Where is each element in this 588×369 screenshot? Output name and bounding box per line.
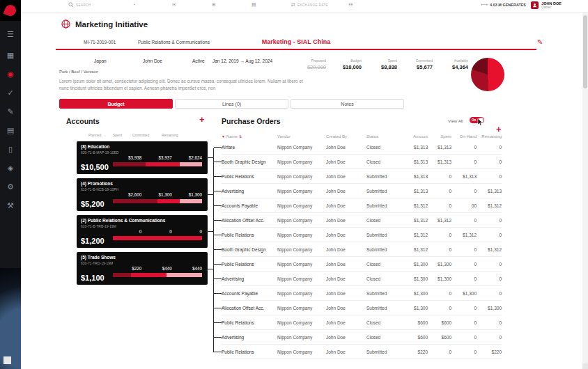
po-table-row[interactable]: Advertising Nippon Company John Doe Subm… — [222, 184, 502, 198]
add-account-button[interactable]: + — [199, 116, 205, 124]
po-remaining: 0 — [477, 320, 502, 325]
account-card[interactable]: (4) Promotions 610-71-B-NCB-19-10PH $2,6… — [77, 178, 208, 211]
connector-row-stubs — [214, 140, 222, 359]
grid-icon[interactable]: ☷ — [348, 2, 353, 8]
budget-donut-chart — [471, 58, 504, 91]
header-created-by[interactable]: Created By — [326, 134, 366, 139]
po-table-row[interactable]: Public Relations Nippon Company John Doe… — [222, 169, 502, 184]
sort-icon[interactable]: ⇅ — [239, 134, 242, 139]
po-table-row[interactable]: Booth Graphic Design Nippon Company John… — [222, 155, 502, 169]
app-logo[interactable] — [0, 0, 21, 21]
connector-card-stub — [206, 194, 213, 195]
header-spent[interactable]: Spent — [428, 134, 451, 139]
bar-spent-segment — [113, 162, 146, 166]
mail-icon[interactable]: ✉ — [172, 2, 176, 8]
col-spent: Spent — [113, 133, 122, 137]
po-status: Submitted — [366, 174, 399, 179]
exchange-rate-item[interactable]: ⇄ EXCHANGE RATE — [291, 2, 328, 8]
settings-icon[interactable]: ⚙ — [0, 182, 21, 191]
po-name: Allocation Offset Acc. — [222, 306, 277, 311]
stat-label: Spent — [371, 58, 397, 63]
po-spent: $1,313 — [428, 145, 451, 150]
po-created-by: John Doe — [326, 350, 366, 354]
po-spent: 0 — [428, 233, 451, 237]
status-value: Active — [192, 58, 205, 63]
scrollbar-thumb[interactable] — [583, 15, 587, 88]
globe-icon[interactable]: ◉ — [0, 69, 21, 79]
po-name: Allocation Offset Acc. — [222, 218, 277, 223]
budget-stat: Proposed $20,000 — [300, 58, 326, 70]
tab-lines-0[interactable]: Lines (0) — [175, 99, 288, 109]
po-name: Public Relations — [222, 320, 277, 325]
po-vendor: Nippon Company — [277, 145, 326, 150]
header-status[interactable]: Status — [366, 134, 399, 139]
owner-value: John Doe — [143, 58, 162, 63]
tab-budget[interactable]: Budget — [59, 99, 173, 109]
po-table-row[interactable]: Booth Graphic Design Nippon Company John… — [222, 242, 502, 257]
po-table-row[interactable]: Public Relations Nippon Company John Doe… — [222, 228, 502, 242]
header-on-hand[interactable]: On-Hand — [451, 134, 477, 139]
date-range-value: Jan 12, 2019 → Aug 12, 2024 — [212, 58, 272, 63]
stat-label: Proposed — [300, 58, 326, 63]
po-created-by: John Doe — [326, 247, 366, 252]
header-vendor[interactable]: Vendor — [277, 134, 326, 139]
po-remaining: 0 — [477, 174, 502, 179]
edit-icon[interactable]: ✎ — [0, 107, 21, 116]
account-progress-bar — [113, 236, 202, 240]
po-table-row[interactable]: Public Relations Nippon Company John Doe… — [222, 257, 502, 272]
po-table-row[interactable]: Public Relations Nippon Company John Doe… — [222, 315, 502, 330]
bar-committed-segment — [157, 199, 180, 203]
account-card[interactable]: (5) Trade Shows 630-71-TRD-19-19M $220 $… — [77, 252, 208, 285]
po-amount: $1,313 — [399, 189, 428, 194]
po-vendor: Nippon Company — [277, 291, 326, 296]
po-table-row[interactable]: Advertising Nippon Company John Doe Clos… — [222, 330, 502, 345]
mobile-icon[interactable]: ▯ — [0, 144, 21, 154]
view-all-label[interactable]: View All — [448, 118, 463, 123]
stat-label: Available — [442, 58, 468, 63]
po-table-row[interactable]: Allocation Offset Acc. Nippon Company Jo… — [222, 213, 502, 228]
check-icon[interactable]: ✓ — [0, 88, 21, 97]
header-name[interactable]: Name — [226, 134, 238, 139]
search-bar[interactable]: SEARCH — [68, 2, 91, 8]
stat-value: $5,677 — [406, 64, 433, 70]
account-card[interactable]: (8) Education 630-71-B-MAP-19-10ED $3,93… — [77, 141, 208, 174]
menu-icon[interactable]: ☰ — [0, 29, 21, 39]
po-table-row[interactable]: Allocation Offset Acc. Nippon Company Jo… — [222, 301, 502, 315]
add-icon[interactable]: ⊞ — [212, 2, 216, 8]
po-table-row[interactable]: Airfare Nippon Company John Doe Closed $… — [222, 140, 502, 155]
generate-item[interactable]: ⟷ 4.03 M GENERATE$ — [481, 2, 526, 8]
tools-icon[interactable]: ⚒ — [0, 201, 21, 210]
tag-icon[interactable]: ◈ — [0, 163, 21, 173]
user-menu[interactable]: JOHN DOE Owner — [531, 1, 562, 9]
po-on-hand: 00 — [451, 203, 477, 208]
po-amount: $600 — [399, 335, 428, 340]
stat-value: $18,000 — [335, 64, 362, 70]
filter-icon[interactable]: ▼ — [222, 134, 225, 139]
clock-icon[interactable]: ◔ — [132, 2, 135, 7]
account-remaining: $2,624 — [172, 155, 202, 160]
account-committed: 0 — [141, 229, 171, 234]
po-created-by: John Doe — [326, 291, 366, 296]
chart-icon[interactable]: ▤ — [0, 125, 21, 135]
po-table-row[interactable]: Accounts Payable Nippon Company John Doe… — [222, 198, 502, 213]
budget-stat: Budget $18,000 — [335, 58, 362, 70]
po-table-row[interactable]: Advertising Nippon Company John Doe Clos… — [222, 272, 502, 286]
tab-notes[interactable]: Notes — [291, 99, 404, 109]
header-amount[interactable]: Amount — [399, 134, 428, 139]
po-on-hand: 0 — [451, 247, 477, 252]
po-vendor: Nippon Company — [277, 218, 326, 223]
po-vendor: Nippon Company — [277, 189, 326, 194]
po-remaining: 0 — [477, 262, 502, 267]
list-icon[interactable]: ▤ — [252, 2, 256, 8]
po-table-row[interactable]: Public Relations Nippon Company John Doe… — [222, 345, 502, 359]
header-remaining[interactable]: Remaining — [477, 134, 502, 139]
section-tabs: Budget Lines (0) Notes — [59, 99, 404, 109]
account-code: 610-71-B-TRB-19-19M — [81, 224, 116, 228]
account-card[interactable]: (2) Public Relations & Communications 61… — [77, 215, 208, 248]
po-table-header: ▼ Name ⇅ Vendor Created By Status Amount… — [222, 132, 502, 140]
account-remaining: $440 — [172, 266, 202, 271]
po-status: Submitted — [366, 203, 399, 208]
edit-record-icon[interactable]: ✎ — [537, 38, 543, 46]
po-table-row[interactable]: Accounts Payable Nippon Company John Doe… — [222, 286, 502, 301]
dashboard-icon[interactable]: ▦ — [0, 50, 21, 60]
